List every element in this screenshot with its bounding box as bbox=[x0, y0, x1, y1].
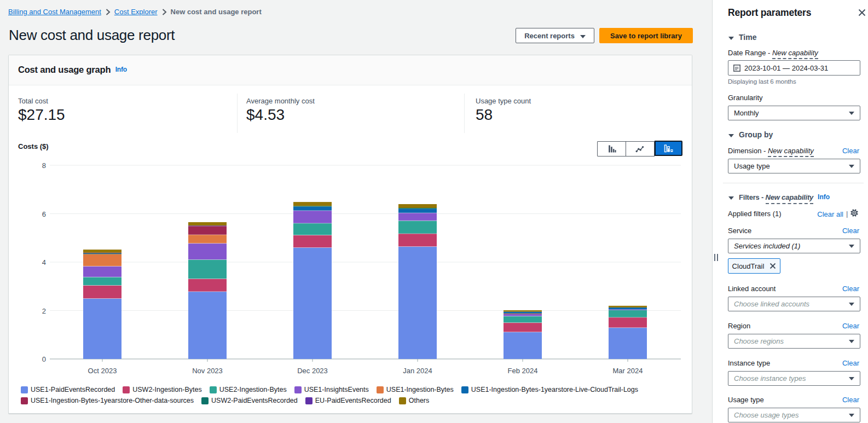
svg-text:6: 6 bbox=[42, 210, 46, 218]
svg-text:2: 2 bbox=[42, 307, 46, 315]
svg-text:4: 4 bbox=[42, 258, 46, 266]
svg-text:0: 0 bbox=[42, 355, 46, 363]
svg-text:Dec 2023: Dec 2023 bbox=[297, 367, 328, 375]
svg-text:Mar 2024: Mar 2024 bbox=[613, 367, 643, 375]
svg-text:Nov 2023: Nov 2023 bbox=[192, 367, 223, 375]
svg-text:8: 8 bbox=[42, 161, 46, 170]
svg-text:Jan 2024: Jan 2024 bbox=[403, 367, 432, 375]
svg-text:Feb 2024: Feb 2024 bbox=[508, 367, 538, 375]
svg-text:Oct 2023: Oct 2023 bbox=[88, 367, 117, 375]
